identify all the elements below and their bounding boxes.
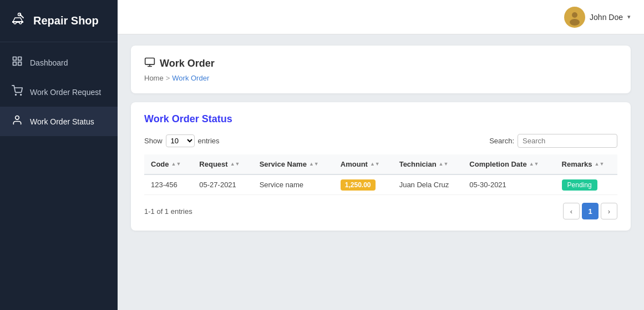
svg-point-14 bbox=[570, 19, 580, 26]
search-label: Search: bbox=[489, 137, 514, 145]
sidebar-item-label: Dashboard bbox=[30, 58, 68, 67]
svg-rect-15 bbox=[145, 58, 155, 65]
page-content: Work Order Home > Work Order Work Order … bbox=[118, 34, 644, 310]
remarks-badge: Pending bbox=[562, 179, 597, 191]
sidebar-logo-text: Repair Shop bbox=[33, 14, 99, 27]
breadcrumb: Home > Work Order bbox=[144, 74, 617, 82]
search-box: Search: bbox=[489, 134, 617, 148]
svg-point-2 bbox=[19, 22, 22, 24]
cell-request: 05-27-2021 bbox=[192, 174, 252, 195]
work-order-request-icon bbox=[11, 85, 23, 99]
col-request: Request ▲▼ bbox=[192, 154, 252, 174]
entries-select[interactable]: 10 25 50 100 bbox=[166, 134, 195, 147]
page-title: Work Order bbox=[144, 57, 617, 71]
col-service-name: Service Name ▲▼ bbox=[253, 154, 334, 174]
cell-completion-date: 05-30-2021 bbox=[463, 174, 555, 195]
svg-rect-7 bbox=[18, 62, 22, 66]
svg-point-10 bbox=[21, 94, 22, 96]
sort-icon: ▲▼ bbox=[309, 162, 319, 167]
sort-icon: ▲▼ bbox=[230, 162, 240, 167]
chevron-down-icon: ▾ bbox=[627, 13, 631, 21]
table-title: Work Order Status bbox=[144, 113, 617, 125]
entries-label: entries bbox=[198, 137, 220, 145]
avatar bbox=[564, 7, 585, 28]
sidebar-item-label: Work Order Request bbox=[30, 88, 101, 97]
table-header: Code ▲▼ Request ▲▼ Servi bbox=[144, 154, 617, 174]
sort-icon: ▲▼ bbox=[171, 162, 181, 167]
breadcrumb-separator: > bbox=[166, 74, 170, 82]
svg-point-1 bbox=[14, 22, 16, 24]
sidebar-item-work-order-request[interactable]: Work Order Request bbox=[0, 77, 118, 107]
sidebar-nav: Dashboard Work Order Request Work Order … bbox=[0, 42, 118, 136]
table-body: 123-456 05-27-2021 Service name 1,250.00… bbox=[144, 174, 617, 195]
dashboard-icon bbox=[11, 56, 23, 69]
page-title-card: Work Order Home > Work Order bbox=[131, 46, 631, 93]
entries-info: 1-1 of 1 entries bbox=[144, 207, 192, 216]
breadcrumb-home: Home bbox=[144, 74, 164, 82]
sidebar-item-label: Work Order Status bbox=[30, 117, 94, 126]
cell-service-name: Service name bbox=[253, 174, 334, 195]
col-technician: Technician ▲▼ bbox=[393, 154, 463, 174]
page-1-button[interactable]: 1 bbox=[582, 203, 599, 219]
cell-amount: 1,250.00 bbox=[334, 174, 393, 195]
table-row: 123-456 05-27-2021 Service name 1,250.00… bbox=[144, 174, 617, 195]
sort-icon: ▲▼ bbox=[529, 162, 539, 167]
svg-point-11 bbox=[16, 116, 19, 120]
header: John Doe ▾ bbox=[118, 0, 644, 34]
col-code: Code ▲▼ bbox=[144, 154, 192, 174]
col-completion-date: Completion Date ▲▼ bbox=[463, 154, 555, 174]
show-entries: Show 10 25 50 100 entries bbox=[144, 134, 220, 147]
user-name: John Doe bbox=[590, 13, 623, 22]
svg-rect-0 bbox=[8, 9, 28, 29]
show-label: Show bbox=[144, 137, 163, 145]
cell-technician: Juan Dela Cruz bbox=[393, 174, 463, 195]
repair-shop-icon bbox=[8, 9, 28, 33]
amount-badge: 1,250.00 bbox=[341, 179, 376, 191]
work-orders-table: Code ▲▼ Request ▲▼ Servi bbox=[144, 154, 617, 195]
sidebar-logo: Repair Shop bbox=[0, 0, 118, 42]
sort-icon: ▲▼ bbox=[439, 162, 449, 167]
search-input[interactable] bbox=[518, 134, 617, 148]
sort-icon: ▲▼ bbox=[370, 162, 380, 167]
svg-point-13 bbox=[572, 12, 577, 18]
next-page-button[interactable]: › bbox=[601, 203, 617, 219]
prev-page-button[interactable]: ‹ bbox=[563, 203, 580, 219]
sidebar-item-dashboard[interactable]: Dashboard bbox=[0, 48, 118, 77]
sidebar-item-work-order-status[interactable]: Work Order Status bbox=[0, 107, 118, 136]
svg-point-9 bbox=[16, 94, 17, 96]
col-remarks: Remarks ▲▼ bbox=[555, 154, 617, 174]
table-controls: Show 10 25 50 100 entries Search: bbox=[144, 134, 617, 148]
svg-rect-6 bbox=[18, 57, 22, 61]
sort-icon: ▲▼ bbox=[595, 162, 605, 167]
table-footer: 1-1 of 1 entries ‹ 1 › bbox=[144, 203, 617, 219]
cell-code: 123-456 bbox=[144, 174, 192, 195]
pagination: ‹ 1 › bbox=[563, 203, 617, 219]
sidebar: Repair Shop Dashboard Work Order Request bbox=[0, 0, 118, 310]
main-content: John Doe ▾ Work Order Home > Work Order bbox=[118, 0, 644, 310]
col-amount: Amount ▲▼ bbox=[334, 154, 393, 174]
svg-rect-8 bbox=[13, 62, 17, 66]
work-order-icon bbox=[144, 57, 155, 71]
table-card: Work Order Status Show 10 25 50 100 entr… bbox=[131, 102, 631, 231]
user-menu[interactable]: John Doe ▾ bbox=[564, 7, 631, 28]
work-order-status-icon bbox=[11, 114, 23, 128]
svg-rect-5 bbox=[13, 57, 17, 61]
breadcrumb-current[interactable]: Work Order bbox=[172, 74, 209, 82]
page-title-text: Work Order bbox=[160, 58, 215, 69]
cell-remarks: Pending bbox=[555, 174, 617, 195]
